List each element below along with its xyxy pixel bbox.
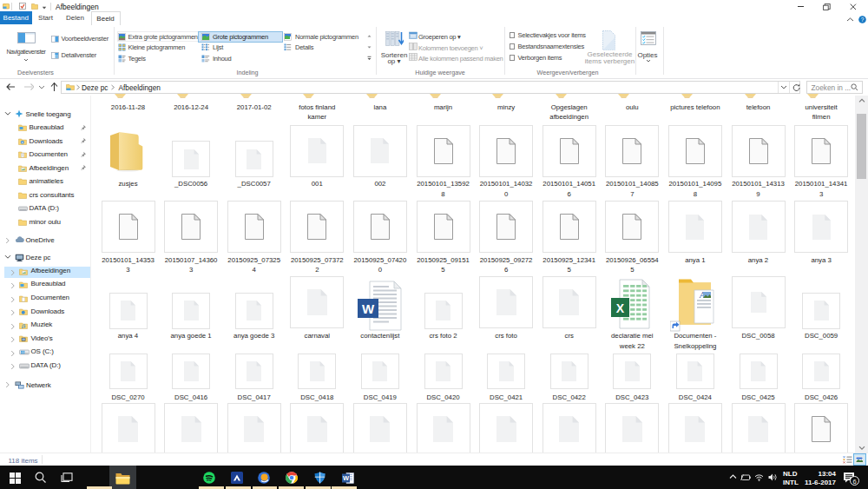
svg-text:W: W <box>342 474 349 482</box>
svg-text:6: 6 <box>852 478 856 486</box>
svg-text:?: ? <box>860 17 864 23</box>
svg-text:X: X <box>616 301 625 315</box>
svg-text:W: W <box>362 301 375 316</box>
